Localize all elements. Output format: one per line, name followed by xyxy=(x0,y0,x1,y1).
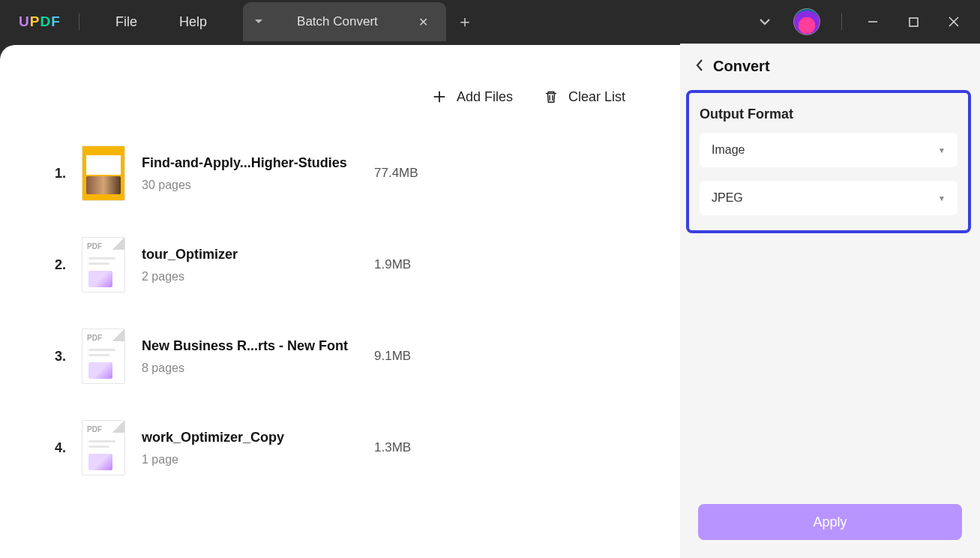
chevron-down-icon xyxy=(759,18,771,26)
file-pages: 30 pages xyxy=(142,178,374,192)
tab-close-button[interactable]: ✕ xyxy=(415,12,431,32)
caret-down-icon: ▼ xyxy=(938,194,946,202)
output-format-section: Output Format Image ▼ JPEG ▼ xyxy=(686,90,971,233)
format-category-dropdown[interactable]: Image ▼ xyxy=(700,133,958,167)
file-index: 1. xyxy=(55,166,82,182)
caret-down-icon: ▼ xyxy=(938,146,946,154)
dropdown-button[interactable] xyxy=(750,16,780,28)
file-size: 1.3MB xyxy=(374,440,411,455)
main-panel: Add Files Clear List 1. Find-and-Apply..… xyxy=(0,45,680,558)
user-avatar[interactable] xyxy=(793,8,820,35)
file-thumbnail xyxy=(82,146,125,201)
file-index: 3. xyxy=(55,349,82,364)
file-title: tour_Optimizer xyxy=(142,247,374,262)
separator xyxy=(79,14,79,30)
close-button[interactable] xyxy=(937,7,971,37)
file-index: 4. xyxy=(55,440,82,456)
menu-help[interactable]: Help xyxy=(158,14,228,30)
apply-button[interactable]: Apply xyxy=(698,504,962,540)
file-actions: Add Files Clear List xyxy=(55,88,625,105)
file-row[interactable]: 2. PDF tour_Optimizer 2 pages 1.9MB xyxy=(55,219,625,310)
new-tab-button[interactable]: ＋ xyxy=(446,10,484,33)
file-size: 9.1MB xyxy=(374,349,411,364)
file-thumbnail: PDF xyxy=(82,237,125,292)
minimize-icon xyxy=(868,16,878,27)
maximize-icon xyxy=(909,17,919,27)
tab-label: Batch Convert xyxy=(297,14,378,29)
apply-row: Apply xyxy=(680,490,980,558)
file-list-card: Add Files Clear List 1. Find-and-Apply..… xyxy=(26,66,654,516)
format-type-value: JPEG xyxy=(712,191,743,205)
add-files-label: Add Files xyxy=(457,89,513,105)
chevron-left-icon xyxy=(695,58,704,72)
caret-down-icon xyxy=(254,19,263,25)
file-index: 2. xyxy=(55,257,82,273)
separator xyxy=(841,14,842,30)
tab-list-dropdown[interactable] xyxy=(243,2,274,41)
convert-panel: Convert Output Format Image ▼ JPEG ▼ App… xyxy=(680,44,980,558)
tab-strip: Batch Convert ✕ ＋ xyxy=(243,0,484,44)
app-logo: UPDF xyxy=(19,14,64,30)
tab-batch-convert[interactable]: Batch Convert ✕ xyxy=(274,2,446,41)
file-thumbnail: PDF xyxy=(82,328,125,384)
panel-back-button[interactable] xyxy=(695,58,704,75)
file-row[interactable]: 3. PDF New Business R...rts - New Font 8… xyxy=(55,310,625,402)
output-format-label: Output Format xyxy=(700,106,958,122)
maximize-button[interactable] xyxy=(896,7,931,37)
file-pages: 1 page xyxy=(142,453,374,466)
plus-icon xyxy=(431,88,448,105)
minimize-button[interactable] xyxy=(856,7,890,37)
file-pages: 2 pages xyxy=(142,270,374,284)
window-controls xyxy=(750,7,980,37)
file-size: 1.9MB xyxy=(374,257,411,272)
trash-icon xyxy=(543,88,559,105)
file-title: work_Optimizer_Copy xyxy=(142,430,374,446)
format-type-dropdown[interactable]: JPEG ▼ xyxy=(700,181,958,215)
clear-list-label: Clear List xyxy=(568,89,625,105)
title-bar: UPDF File Help Batch Convert ✕ ＋ xyxy=(0,0,980,44)
clear-list-button[interactable]: Clear List xyxy=(543,88,625,105)
close-icon xyxy=(949,16,959,27)
menu-file[interactable]: File xyxy=(94,14,158,30)
file-title: New Business R...rts - New Font xyxy=(142,338,374,354)
file-list: 1. Find-and-Apply...Higher-Studies 30 pa… xyxy=(55,128,625,494)
format-category-value: Image xyxy=(712,143,745,157)
file-thumbnail: PDF xyxy=(82,420,125,476)
file-pages: 8 pages xyxy=(142,362,374,375)
panel-header: Convert xyxy=(680,44,980,90)
svg-rect-1 xyxy=(910,18,918,26)
file-title: Find-and-Apply...Higher-Studies xyxy=(142,155,374,171)
file-row[interactable]: 4. PDF work_Optimizer_Copy 1 page 1.3MB xyxy=(55,402,625,494)
panel-title: Convert xyxy=(713,58,770,75)
add-files-button[interactable]: Add Files xyxy=(431,88,513,105)
file-row[interactable]: 1. Find-and-Apply...Higher-Studies 30 pa… xyxy=(55,128,625,219)
file-size: 77.4MB xyxy=(374,166,418,181)
